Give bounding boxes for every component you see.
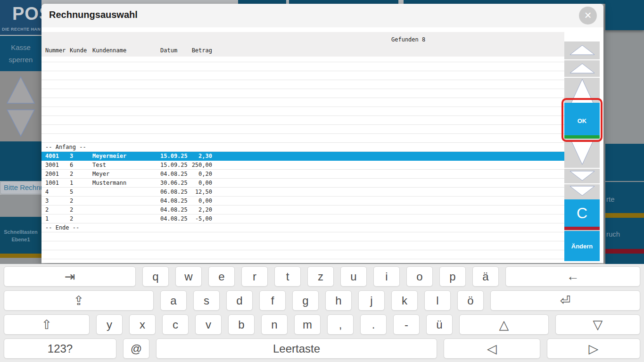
- key-z[interactable]: z: [307, 266, 334, 287]
- key-u[interactable]: u: [340, 266, 367, 287]
- invoice-row[interactable]: 40013Meyermeier15.09.252,30: [41, 152, 564, 161]
- empty-row: [41, 250, 564, 259]
- empty-row: [41, 232, 564, 241]
- list-start-marker: -- Anfang --: [41, 143, 564, 152]
- key-v[interactable]: v: [195, 314, 222, 335]
- key-o[interactable]: o: [406, 266, 433, 287]
- page-up-button[interactable]: [564, 77, 600, 103]
- key-k[interactable]: k: [391, 290, 418, 311]
- key-j[interactable]: j: [358, 290, 385, 311]
- cell-nummer: 2: [45, 206, 70, 214]
- cell-datum: 30.06.25: [160, 179, 190, 187]
- scroll-down-button-2[interactable]: [564, 183, 600, 197]
- key-shift[interactable]: ⇧: [4, 314, 90, 335]
- key-a[interactable]: a: [160, 290, 187, 311]
- invoice-row[interactable]: 30016Test15.09.25250,00: [41, 161, 564, 170]
- column-kundenname: Kundenname: [92, 47, 160, 54]
- empty-row: [41, 259, 564, 263]
- invoice-row[interactable]: 10011Mustermann30.06.250,00: [41, 179, 564, 188]
- cell-kunde: 6: [70, 161, 92, 169]
- background-top-bar: [404, 0, 605, 4]
- key-oe[interactable]: ö: [457, 290, 484, 311]
- key-minus[interactable]: -: [393, 314, 420, 335]
- key-e[interactable]: e: [208, 266, 235, 287]
- cell-betrag: 0,00: [190, 197, 212, 205]
- page-down-button[interactable]: [564, 140, 600, 166]
- key-at[interactable]: @: [123, 338, 149, 359]
- empty-row: [41, 134, 564, 143]
- invoice-row[interactable]: 4506.08.2512,50: [41, 188, 564, 197]
- cell-kunde: 3: [70, 152, 92, 160]
- background-panel: [0, 141, 41, 181]
- key-comma[interactable]: ,: [327, 314, 354, 335]
- key-g[interactable]: g: [292, 290, 319, 311]
- invoice-row[interactable]: 2204.08.252,20: [41, 206, 564, 214]
- cell-kundenname: [92, 197, 160, 205]
- key-cursor-right[interactable]: ▷: [547, 338, 640, 359]
- cell-kunde: 2: [70, 170, 92, 178]
- scroll-up-button-2[interactable]: [564, 59, 600, 76]
- key-ae[interactable]: ä: [472, 266, 499, 287]
- invoice-row[interactable]: 1204.08.25-5,00: [41, 214, 564, 223]
- close-button[interactable]: ×: [579, 7, 597, 25]
- key-capslock[interactable]: ⇪: [4, 290, 154, 311]
- cell-kundenname: [92, 206, 160, 214]
- cell-betrag: 0,20: [190, 170, 212, 178]
- key-l[interactable]: l: [424, 290, 451, 311]
- key-q[interactable]: q: [142, 266, 169, 287]
- kasse-sperren-button: Kasse sperren: [0, 36, 41, 71]
- cell-kundenname: Meyermeier: [92, 152, 160, 160]
- key-x[interactable]: x: [129, 314, 156, 335]
- invoice-row[interactable]: 3204.08.250,00: [41, 197, 564, 206]
- background-header-block: [605, 0, 644, 30]
- key-backspace[interactable]: ←: [505, 266, 640, 287]
- key-h[interactable]: h: [325, 290, 352, 311]
- cell-kundenname: [92, 214, 160, 223]
- empty-row: [41, 80, 564, 89]
- dialog-header: Rechnungsauswahl ×: [41, 4, 603, 27]
- cell-datum: 04.08.25: [160, 197, 190, 205]
- scroll-down-button-1[interactable]: [564, 168, 600, 182]
- up-triangle-icon: [6, 74, 36, 105]
- key-r[interactable]: r: [241, 266, 268, 287]
- cell-nummer: 1001: [45, 179, 70, 187]
- key-t[interactable]: t: [274, 266, 301, 287]
- key-s[interactable]: s: [193, 290, 220, 311]
- key-f[interactable]: f: [259, 290, 286, 311]
- key-cursor-left[interactable]: ◁: [444, 338, 540, 359]
- change-button[interactable]: Ändern: [564, 231, 600, 261]
- found-count: Gefunden 8: [391, 36, 425, 43]
- key-y[interactable]: y: [96, 314, 123, 335]
- key-ue[interactable]: ü: [426, 314, 453, 335]
- key-tab[interactable]: ⇥: [4, 266, 136, 287]
- key-w[interactable]: w: [175, 266, 202, 287]
- key-b[interactable]: b: [228, 314, 255, 335]
- cell-nummer: 4: [45, 188, 70, 196]
- invoice-row[interactable]: 20012Meyer04.08.250,20: [41, 170, 564, 179]
- cell-betrag: 12,50: [190, 188, 212, 196]
- key-n[interactable]: n: [261, 314, 288, 335]
- key-d[interactable]: d: [226, 290, 253, 311]
- key-cursor-down[interactable]: ▽: [555, 314, 640, 335]
- key-p[interactable]: p: [439, 266, 466, 287]
- big-down-triangle-icon: [569, 140, 595, 166]
- cell-datum: 04.08.25: [160, 214, 190, 223]
- key-space[interactable]: Leertaste: [156, 338, 437, 359]
- scroll-up-button-1[interactable]: [564, 41, 600, 58]
- clear-button[interactable]: C: [564, 199, 600, 230]
- key-period[interactable]: .: [360, 314, 387, 335]
- red-stripe: [605, 249, 644, 254]
- ok-button[interactable]: OK: [564, 103, 600, 139]
- cell-kunde: 5: [70, 188, 92, 196]
- key-i[interactable]: i: [373, 266, 400, 287]
- key-cursor-up[interactable]: △: [459, 314, 549, 335]
- key-c[interactable]: c: [162, 314, 189, 335]
- key-m[interactable]: m: [294, 314, 321, 335]
- yellow-stripe: [605, 213, 644, 218]
- list-header: Gefunden 8 Nummer Kunde Kundenname Datum…: [41, 32, 564, 57]
- cell-betrag: 2,20: [190, 206, 212, 214]
- yellow-stripe: [0, 254, 41, 258]
- key-enter[interactable]: ⏎: [490, 290, 640, 311]
- key-123[interactable]: 123?: [4, 338, 116, 359]
- background-top-bar: [289, 0, 398, 4]
